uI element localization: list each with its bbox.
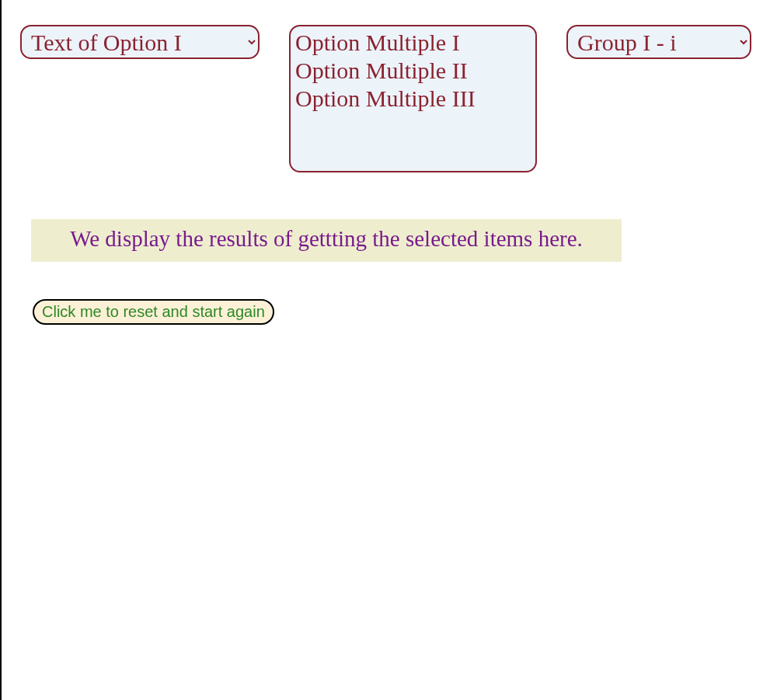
select-multiple-option-3[interactable]: Option Multiple III bbox=[295, 85, 531, 113]
selects-row: Text of Option I Option Multiple I Optio… bbox=[20, 25, 758, 172]
main-container: Text of Option I Option Multiple I Optio… bbox=[2, 0, 777, 350]
select-option-group[interactable]: Group I - i bbox=[566, 25, 751, 59]
select-option-single[interactable]: Text of Option I bbox=[20, 25, 260, 59]
select-multiple-option-2[interactable]: Option Multiple II bbox=[295, 57, 531, 85]
select-multiple-option-1[interactable]: Option Multiple I bbox=[295, 30, 531, 57]
results-banner: We display the results of gettting the s… bbox=[31, 219, 622, 262]
select-option-multiple[interactable]: Option Multiple I Option Multiple II Opt… bbox=[289, 25, 537, 172]
reset-button[interactable]: Click me to reset and start again bbox=[33, 299, 274, 325]
